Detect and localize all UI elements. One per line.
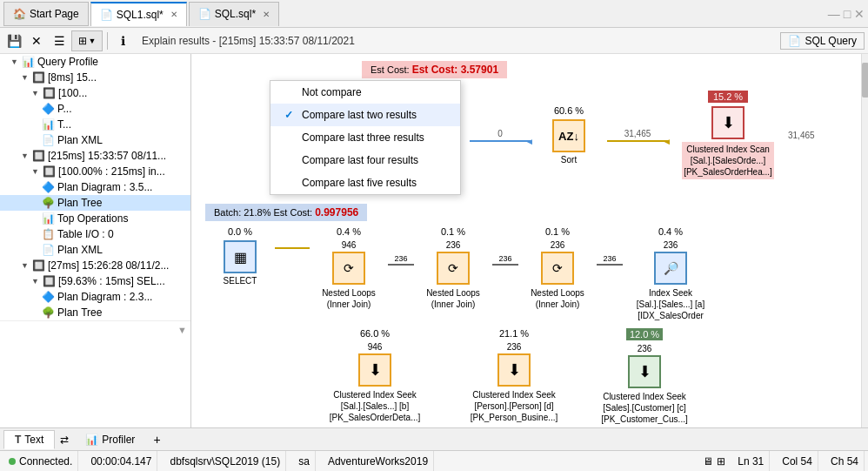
scrollbar-track[interactable] bbox=[861, 54, 868, 427]
op-nl3: 0.1 % 236 ⟳ Nested Loops(Inner Join) bbox=[518, 226, 597, 310]
menu-not-compare[interactable]: Not compare bbox=[270, 81, 460, 104]
nl1-pct: 0.4 % bbox=[337, 226, 361, 237]
op-ci-seek-3: 12.0 % 236 ⬇ Clustered Index Seek[Sales]… bbox=[588, 328, 701, 425]
conn-num-2: 236 bbox=[498, 254, 511, 263]
seek-num: 236 bbox=[664, 240, 678, 250]
line-4 bbox=[597, 264, 623, 266]
tree-plan-xml-2[interactable]: 📄 Plan XML bbox=[0, 242, 190, 258]
8ms-icon: 🔲 bbox=[32, 71, 45, 84]
expand-icon-7: ▼ bbox=[31, 277, 40, 286]
tree-table-io[interactable]: 📋 Table I/O : 0 bbox=[0, 226, 190, 242]
tree-plan-tree-1[interactable]: 🌳 Plan Tree bbox=[0, 195, 190, 211]
undo-button[interactable]: ✕ bbox=[26, 30, 47, 51]
ci3-icon: ⬇ bbox=[628, 355, 661, 388]
expand-icon-4: ▼ bbox=[21, 151, 30, 160]
right-panel[interactable]: Not compare ✓ Compare last two results C… bbox=[191, 54, 868, 427]
menu-compare-three[interactable]: Compare last three results bbox=[270, 126, 460, 149]
plan-diagram-1-icon: 🔷 bbox=[42, 181, 55, 193]
tree-t[interactable]: 📊 T... bbox=[0, 117, 190, 132]
text-tab-icon: T bbox=[15, 434, 21, 446]
menu-compare-four[interactable]: Compare last four results bbox=[270, 149, 460, 172]
tab-sql1-close[interactable]: ✕ bbox=[170, 10, 177, 19]
nl2-icon: ⟳ bbox=[437, 252, 470, 285]
tree-8ms[interactable]: ▼ 🔲 [8ms] 15... bbox=[0, 70, 190, 85]
tree-27ms[interactable]: ▼ 🔲 [27ms] 15:26:28 08/11/2... bbox=[0, 258, 190, 273]
expand-icon-3: ▼ bbox=[31, 89, 40, 98]
ci2-icon: ⬇ bbox=[497, 353, 531, 387]
tab-sql2-close[interactable]: ✕ bbox=[263, 10, 270, 19]
query-profile-label: Query Profile bbox=[37, 56, 98, 68]
list-button[interactable]: ☰ bbox=[49, 30, 70, 51]
plan-xml-1-icon: 📄 bbox=[42, 134, 55, 146]
ci1-icon: ⬇ bbox=[358, 353, 391, 387]
tab-profiler[interactable]: 📊 Profiler bbox=[74, 430, 146, 449]
tab-arrow[interactable]: ⇄ bbox=[55, 432, 74, 447]
connector-1: 0 ◄ bbox=[466, 129, 534, 142]
tree-plan-tree-2[interactable]: 🌳 Plan Tree bbox=[0, 305, 190, 320]
connected-label: Connected. bbox=[19, 455, 72, 468]
menu-compare-five[interactable]: Compare last five results bbox=[270, 172, 460, 194]
p-icon: 🔷 bbox=[42, 103, 55, 115]
user-label: sa bbox=[298, 455, 310, 468]
select-label: SELECT bbox=[224, 276, 257, 286]
line-1 bbox=[275, 247, 310, 249]
ch-label: Ch 54 bbox=[831, 455, 858, 468]
27ms-icon: 🔲 bbox=[32, 259, 45, 272]
monitor-icon: 🖥 bbox=[703, 455, 713, 468]
menu-compare-two[interactable]: ✓ Compare last two results bbox=[270, 104, 460, 126]
tab-text[interactable]: T Text bbox=[3, 430, 55, 449]
tree-100pct[interactable]: ▼ 🔲 [100.00% : 215ms] in... bbox=[0, 164, 190, 179]
plan-diagram-1-label: Plan Diagram : 3.5... bbox=[57, 181, 152, 193]
nl3-icon: ⟳ bbox=[541, 252, 574, 285]
tree-plan-diagram-2[interactable]: 🔷 Plan Diagram : 2.3... bbox=[0, 289, 190, 305]
toolbar: 💾 ✕ ☰ ⊞ ▼ ℹ Explain results - [215ms] 15… bbox=[0, 28, 868, 54]
tree-plan-diagram-1[interactable]: 🔷 Plan Diagram : 3.5... bbox=[0, 179, 190, 195]
scan-pct: 15.2 % bbox=[708, 91, 748, 103]
tab-start-page[interactable]: 🏠 Start Page bbox=[3, 2, 89, 26]
info-button[interactable]: ℹ bbox=[112, 30, 133, 51]
plan-row-3: 66.0 % 946 ⬇ Clustered Index Seek[Sal.].… bbox=[205, 328, 854, 425]
tree-query-profile[interactable]: ▼ 📊 Query Profile bbox=[0, 54, 190, 70]
215ms-label: [215ms] 15:33:57 08/11... bbox=[48, 150, 166, 162]
compare-dropdown-button[interactable]: ⊞ ▼ bbox=[71, 30, 103, 51]
status-icons: 🖥 ⊞ bbox=[703, 455, 725, 468]
nl2-num: 236 bbox=[446, 240, 461, 250]
scan-label: Clustered Index Scan[Sal.].[SalesOrde...… bbox=[682, 142, 774, 179]
op-clustered-scan: 15.2 % ⬇ Clustered Index Scan[Sal.].[Sal… bbox=[671, 91, 785, 179]
tree-215ms[interactable]: ▼ 🔲 [215ms] 15:33:57 08/11... bbox=[0, 148, 190, 164]
ci1-num: 946 bbox=[368, 342, 383, 352]
tree-59pct[interactable]: ▼ 🔲 [59.63% : 15ms] SEL... bbox=[0, 273, 190, 289]
arrow-num-2: 31,465 bbox=[624, 129, 651, 138]
add-tab-button[interactable]: + bbox=[146, 431, 167, 448]
query-profile-icon: 📊 bbox=[22, 56, 35, 68]
save-button[interactable]: 💾 bbox=[3, 30, 24, 51]
compare-four-check bbox=[284, 154, 297, 166]
db-label: AdventureWorks2019 bbox=[328, 455, 428, 468]
status-server: dbfsqlsrv\SQL2019 (15) bbox=[164, 451, 286, 471]
batch-cost: 0.997956 bbox=[315, 206, 358, 219]
plan-tree-2-label: Plan Tree bbox=[57, 306, 102, 319]
tab-sql1[interactable]: 📄 SQL1.sql* ✕ bbox=[90, 2, 187, 26]
arrow-num-1: 0 bbox=[497, 129, 503, 138]
server-label: dbfsqlsrv\SQL2019 (15) bbox=[170, 455, 280, 468]
tree-top-ops[interactable]: 📊 Top Operations bbox=[0, 211, 190, 226]
plan-row-2: 0.0 % ▦ SELECT 0.4 % 946 ⟳ Nested Loops(… bbox=[205, 226, 854, 328]
expand-icon: ▼ bbox=[10, 57, 19, 66]
profiler-tab-label: Profiler bbox=[102, 434, 135, 446]
100pct-label: [100.00% : 215ms] in... bbox=[58, 165, 165, 178]
tree-100[interactable]: ▼ 🔲 [100... bbox=[0, 85, 190, 101]
tree-p[interactable]: 🔷 P... bbox=[0, 101, 190, 117]
tab-sql1-label: SQL1.sql* bbox=[117, 9, 164, 21]
compare-two-check: ✓ bbox=[284, 109, 297, 121]
ci3-num: 236 bbox=[638, 344, 652, 353]
expand-icon-2: ▼ bbox=[21, 73, 30, 82]
tab-sql2[interactable]: 📄 SQL.sql* ✕ bbox=[189, 2, 279, 26]
ln-label: Ln 31 bbox=[738, 455, 764, 468]
window-controls[interactable]: — □ ✕ bbox=[828, 7, 865, 21]
sql-query-button[interactable]: 📄 SQL Query bbox=[780, 32, 865, 50]
status-ln: Ln 31 bbox=[732, 451, 770, 471]
tree-plan-xml-1[interactable]: 📄 Plan XML bbox=[0, 132, 190, 148]
select-pct: 0.0 % bbox=[228, 226, 252, 237]
status-time: 00:00:04.147 bbox=[85, 451, 157, 471]
scrollbar-thumb[interactable] bbox=[862, 63, 868, 98]
